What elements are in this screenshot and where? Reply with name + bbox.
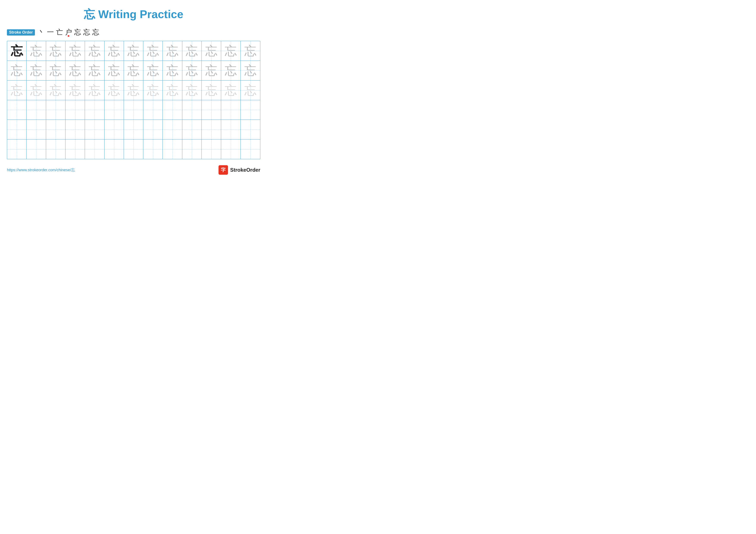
stroke-sequence: 丶 一 亡 户 忘 忘 忘: [38, 28, 99, 37]
grid-cell-4-6[interactable]: [104, 100, 124, 119]
grid-cell-4-8[interactable]: [143, 100, 163, 119]
grid-cell-5-2[interactable]: [27, 120, 46, 139]
grid-cell-5-5[interactable]: [85, 120, 104, 139]
grid-cell-5-6[interactable]: [104, 120, 124, 139]
grid-row-1: 忘 忘 忘 忘 忘 忘 忘 忘 忘 忘 忘 忘 忘: [7, 41, 260, 61]
grid-cell-2-8[interactable]: 忘: [143, 61, 163, 80]
grid-cell-5-4[interactable]: [66, 120, 85, 139]
grid-cell-2-3[interactable]: 忘: [46, 61, 66, 80]
grid-cell-5-3[interactable]: [46, 120, 66, 139]
grid-cell-2-2[interactable]: 忘: [27, 61, 46, 80]
char-light: 忘: [221, 81, 240, 100]
grid-cell-1-5[interactable]: 忘: [85, 41, 104, 61]
grid-cell-6-10[interactable]: [182, 140, 202, 159]
grid-cell-4-4[interactable]: [66, 100, 85, 119]
char-light: 忘: [104, 81, 124, 100]
grid-cell-6-8[interactable]: [143, 140, 163, 159]
grid-cell-4-3[interactable]: [46, 100, 66, 119]
grid-row-6: [7, 140, 260, 159]
grid-cell-4-9[interactable]: [163, 100, 182, 119]
grid-cell-3-6[interactable]: 忘: [104, 81, 124, 100]
grid-cell-6-7[interactable]: [124, 140, 143, 159]
grid-cell-6-9[interactable]: [163, 140, 182, 159]
grid-cell-3-7[interactable]: 忘: [124, 81, 143, 100]
grid-cell-5-7[interactable]: [124, 120, 143, 139]
grid-cell-2-6[interactable]: 忘: [104, 61, 124, 80]
grid-cell-2-13[interactable]: 忘: [241, 61, 260, 80]
grid-cell-3-4[interactable]: 忘: [66, 81, 85, 100]
grid-cell-3-3[interactable]: 忘: [46, 81, 66, 100]
grid-cell-5-9[interactable]: [163, 120, 182, 139]
grid-cell-2-11[interactable]: 忘: [202, 61, 221, 80]
grid-cell-3-5[interactable]: 忘: [85, 81, 104, 100]
char-medium: 忘: [124, 41, 143, 61]
grid-cell-4-5[interactable]: [85, 100, 104, 119]
char-medium: 忘: [182, 61, 202, 80]
grid-cell-6-5[interactable]: [85, 140, 104, 159]
grid-cell-6-3[interactable]: [46, 140, 66, 159]
stroke-step-3: 亡: [56, 28, 63, 37]
grid-cell-6-12[interactable]: [221, 140, 240, 159]
char-medium: 忘: [104, 41, 124, 61]
grid-cell-3-9[interactable]: 忘: [163, 81, 182, 100]
brand-icon-char: 字: [221, 167, 226, 173]
grid-cell-2-9[interactable]: 忘: [163, 61, 182, 80]
stroke-step-6: 忘: [83, 28, 90, 37]
grid-cell-1-11[interactable]: 忘: [202, 41, 221, 61]
char-medium: 忘: [202, 41, 221, 61]
grid-cell-1-3[interactable]: 忘: [46, 41, 66, 61]
grid-cell-1-10[interactable]: 忘: [182, 41, 202, 61]
grid-cell-3-12[interactable]: 忘: [221, 81, 240, 100]
grid-cell-3-10[interactable]: 忘: [182, 81, 202, 100]
grid-cell-6-4[interactable]: [66, 140, 85, 159]
char-light: 忘: [163, 81, 182, 100]
char-light: 忘: [182, 81, 202, 100]
grid-cell-2-12[interactable]: 忘: [221, 61, 240, 80]
grid-cell-2-1[interactable]: 忘: [7, 61, 27, 80]
grid-cell-3-13[interactable]: 忘: [241, 81, 260, 100]
grid-cell-1-4[interactable]: 忘: [66, 41, 85, 61]
grid-cell-6-1[interactable]: [7, 140, 27, 159]
grid-cell-1-9[interactable]: 忘: [163, 41, 182, 61]
grid-cell-3-8[interactable]: 忘: [143, 81, 163, 100]
grid-cell-4-13[interactable]: [241, 100, 260, 119]
grid-cell-4-7[interactable]: [124, 100, 143, 119]
grid-row-5: [7, 120, 260, 140]
grid-cell-2-7[interactable]: 忘: [124, 61, 143, 80]
char-light: 忘: [202, 81, 221, 100]
grid-cell-1-8[interactable]: 忘: [143, 41, 163, 61]
grid-cell-3-1[interactable]: 忘: [7, 81, 27, 100]
grid-cell-6-13[interactable]: [241, 140, 260, 159]
char-medium: 忘: [85, 41, 104, 61]
grid-cell-4-10[interactable]: [182, 100, 202, 119]
grid-cell-3-11[interactable]: 忘: [202, 81, 221, 100]
char-medium: 忘: [202, 61, 221, 80]
char-medium: 忘: [104, 61, 124, 80]
grid-cell-5-12[interactable]: [221, 120, 240, 139]
grid-cell-1-1[interactable]: 忘: [7, 41, 27, 61]
grid-cell-2-10[interactable]: 忘: [182, 61, 202, 80]
grid-cell-5-8[interactable]: [143, 120, 163, 139]
grid-cell-4-2[interactable]: [27, 100, 46, 119]
grid-cell-1-7[interactable]: 忘: [124, 41, 143, 61]
grid-cell-4-11[interactable]: [202, 100, 221, 119]
grid-cell-4-1[interactable]: [7, 100, 27, 119]
grid-cell-2-5[interactable]: 忘: [85, 61, 104, 80]
grid-cell-6-11[interactable]: [202, 140, 221, 159]
grid-cell-1-13[interactable]: 忘: [241, 41, 260, 61]
grid-cell-1-2[interactable]: 忘: [27, 41, 46, 61]
grid-cell-3-2[interactable]: 忘: [27, 81, 46, 100]
char-light: 忘: [143, 81, 162, 100]
grid-cell-4-12[interactable]: [221, 100, 240, 119]
grid-cell-6-6[interactable]: [104, 140, 124, 159]
grid-cell-5-1[interactable]: [7, 120, 27, 139]
grid-cell-1-6[interactable]: 忘: [104, 41, 124, 61]
grid-cell-5-10[interactable]: [182, 120, 202, 139]
grid-cell-1-12[interactable]: 忘: [221, 41, 240, 61]
footer-url-link[interactable]: https://www.strokeorder.com/chinese/忘: [7, 167, 75, 172]
grid-cell-5-11[interactable]: [202, 120, 221, 139]
grid-cell-6-2[interactable]: [27, 140, 46, 159]
grid-cell-2-4[interactable]: 忘: [66, 61, 85, 80]
char-medium: 忘: [85, 61, 104, 80]
grid-cell-5-13[interactable]: [241, 120, 260, 139]
